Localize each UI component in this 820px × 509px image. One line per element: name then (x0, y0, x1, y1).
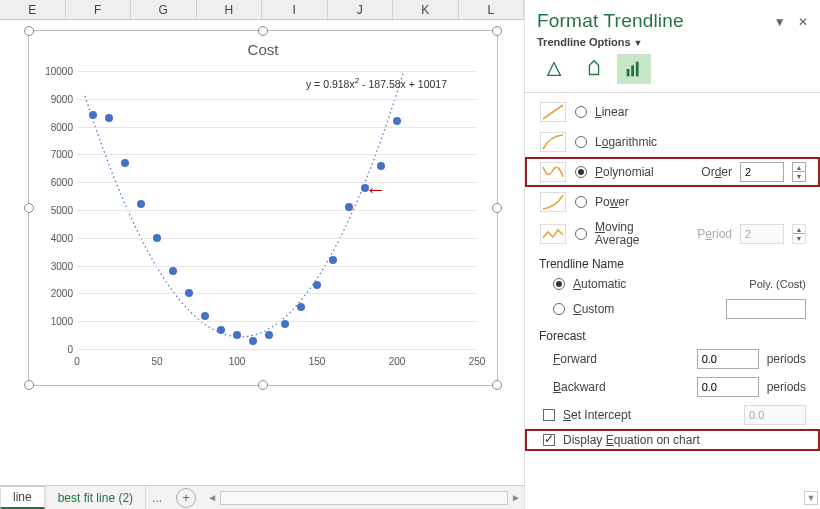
data-point[interactable] (281, 320, 289, 328)
y-tick: 9000 (37, 93, 73, 104)
sheet-tab[interactable]: line (0, 486, 45, 509)
forward-input[interactable] (697, 349, 759, 369)
column-header[interactable]: H (197, 0, 263, 19)
pane-subtitle[interactable]: Trendline Options ▼ (525, 34, 820, 54)
display-equation-row: Display Equation on chart (525, 429, 820, 451)
poly-trend-icon (539, 161, 567, 183)
column-header[interactable]: I (262, 0, 328, 19)
backward-label: Backward (553, 380, 606, 394)
power-radio[interactable] (575, 196, 587, 208)
y-tick: 10000 (37, 66, 73, 77)
scroll-left-icon[interactable]: ◄ (204, 492, 220, 503)
log-radio[interactable] (575, 136, 587, 148)
auto-name-radio[interactable] (553, 278, 565, 290)
data-point[interactable] (233, 331, 241, 339)
linear-radio[interactable] (575, 106, 587, 118)
sheet-tab[interactable]: best fit line (2) (45, 486, 146, 509)
forward-label: Forward (553, 352, 597, 366)
data-point[interactable] (329, 256, 337, 264)
column-header[interactable]: E (0, 0, 66, 19)
trendline-name-heading: Trendline Name (525, 251, 820, 273)
new-sheet-button[interactable]: + (176, 488, 196, 508)
column-headers: EFGHIJKL (0, 0, 524, 20)
resize-handle[interactable] (492, 203, 502, 213)
data-point[interactable] (377, 162, 385, 170)
data-point[interactable] (297, 303, 305, 311)
period-input (740, 224, 784, 244)
y-tick: 1000 (37, 316, 73, 327)
horizontal-scrollbar[interactable]: ◄ ► (204, 491, 524, 505)
svg-rect-2 (636, 62, 639, 77)
column-header[interactable]: J (328, 0, 394, 19)
chart-object[interactable]: Cost y = 0.918x2 - 187.58x + 10017 ← 010… (28, 30, 498, 386)
data-point[interactable] (249, 337, 257, 345)
set-intercept-check[interactable] (543, 409, 555, 421)
resize-handle[interactable] (24, 26, 34, 36)
pane-title: Format Trendline (537, 10, 684, 32)
pane-scroll-down-icon[interactable]: ▼ (804, 491, 818, 505)
resize-handle[interactable] (258, 380, 268, 390)
intercept-input (744, 405, 806, 425)
data-point[interactable] (265, 331, 273, 339)
auto-name-value: Poly. (Cost) (749, 278, 806, 290)
trendline-equation[interactable]: y = 0.918x2 - 187.58x + 10017 (306, 76, 447, 90)
effects-icon[interactable] (577, 54, 611, 84)
eq-part: y = 0.918x (306, 78, 355, 90)
scroll-right-icon[interactable]: ► (508, 492, 524, 503)
mavg-radio[interactable] (575, 228, 587, 240)
sheet-tabs-overflow[interactable]: ... (146, 491, 168, 505)
resize-handle[interactable] (24, 380, 34, 390)
display-equation-check[interactable] (543, 434, 555, 446)
svg-rect-6 (540, 162, 566, 182)
poly-radio[interactable] (575, 166, 587, 178)
data-point[interactable] (201, 312, 209, 320)
svg-rect-0 (627, 69, 630, 76)
fill-line-icon[interactable] (537, 54, 571, 84)
poly-label: Polynomial (595, 165, 654, 179)
periods-label: periods (767, 352, 806, 366)
pane-menu-icon[interactable]: ▼ (774, 15, 786, 29)
resize-handle[interactable] (258, 26, 268, 36)
plot-area[interactable]: y = 0.918x2 - 187.58x + 10017 ← 01000200… (77, 71, 477, 349)
y-tick: 0 (37, 344, 73, 355)
linear-trend-icon (539, 101, 567, 123)
period-label: Period (697, 227, 732, 241)
resize-handle[interactable] (24, 203, 34, 213)
data-point[interactable] (361, 184, 369, 192)
data-point[interactable] (217, 326, 225, 334)
data-point[interactable] (105, 114, 113, 122)
x-tick: 0 (74, 356, 80, 367)
custom-name-input[interactable] (726, 299, 806, 319)
data-point[interactable] (89, 111, 97, 119)
data-point[interactable] (137, 200, 145, 208)
y-tick: 7000 (37, 149, 73, 160)
order-spinner[interactable]: ▲▼ (792, 162, 806, 182)
data-point[interactable] (345, 203, 353, 211)
backward-input[interactable] (697, 377, 759, 397)
data-point[interactable] (169, 267, 177, 275)
power-label: Power (595, 195, 629, 209)
custom-name-label: Custom (573, 302, 614, 316)
data-point[interactable] (121, 159, 129, 167)
svg-rect-1 (631, 65, 634, 76)
forecast-heading: Forecast (525, 323, 820, 345)
x-tick: 250 (469, 356, 486, 367)
periods-label: periods (767, 380, 806, 394)
order-input[interactable] (740, 162, 784, 182)
x-tick: 150 (309, 356, 326, 367)
custom-name-radio[interactable] (553, 303, 565, 315)
data-point[interactable] (185, 289, 193, 297)
resize-handle[interactable] (492, 26, 502, 36)
data-point[interactable] (393, 117, 401, 125)
data-point[interactable] (153, 234, 161, 242)
column-header[interactable]: L (459, 0, 525, 19)
column-header[interactable]: F (66, 0, 132, 19)
trendline-options-icon[interactable] (617, 54, 651, 84)
column-header[interactable]: K (393, 0, 459, 19)
resize-handle[interactable] (492, 380, 502, 390)
log-trend-icon (539, 131, 567, 153)
column-header[interactable]: G (131, 0, 197, 19)
data-point[interactable] (313, 281, 321, 289)
scroll-track[interactable] (220, 491, 508, 505)
pane-close-icon[interactable]: ✕ (798, 15, 808, 29)
